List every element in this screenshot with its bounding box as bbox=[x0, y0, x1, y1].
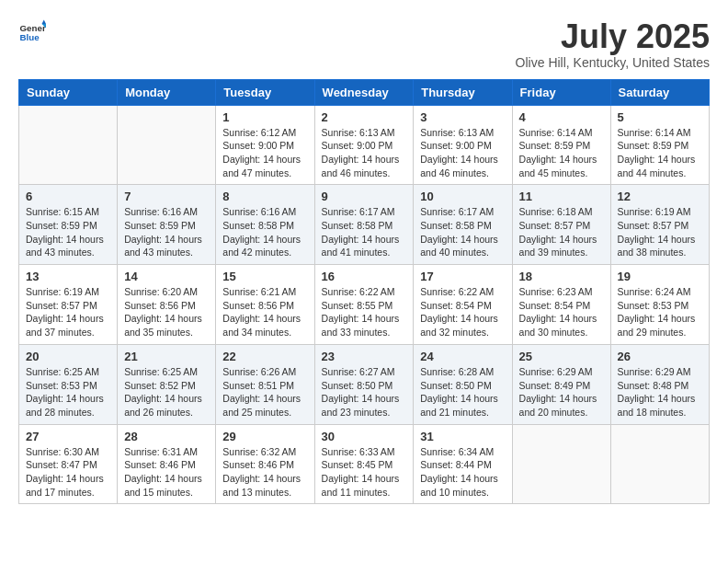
day-number: 6 bbox=[26, 190, 110, 203]
cell-info: Sunrise: 6:25 AM Sunset: 8:53 PM Dayligh… bbox=[26, 365, 110, 419]
calendar-cell: 4Sunrise: 6:14 AM Sunset: 8:59 PM Daylig… bbox=[512, 105, 610, 185]
cell-info: Sunrise: 6:16 AM Sunset: 8:59 PM Dayligh… bbox=[124, 205, 209, 259]
calendar-cell: 8Sunrise: 6:16 AM Sunset: 8:58 PM Daylig… bbox=[216, 185, 314, 265]
calendar-cell: 3Sunrise: 6:13 AM Sunset: 9:00 PM Daylig… bbox=[414, 105, 512, 185]
cell-info: Sunrise: 6:22 AM Sunset: 8:54 PM Dayligh… bbox=[420, 285, 505, 339]
day-number: 17 bbox=[420, 270, 505, 283]
day-header-monday: Monday bbox=[118, 79, 216, 105]
calendar-cell: 28Sunrise: 6:31 AM Sunset: 8:46 PM Dayli… bbox=[118, 424, 216, 504]
day-number: 27 bbox=[26, 430, 110, 443]
cell-info: Sunrise: 6:24 AM Sunset: 8:53 PM Dayligh… bbox=[618, 285, 702, 339]
calendar-cell bbox=[512, 424, 610, 504]
cell-info: Sunrise: 6:25 AM Sunset: 8:52 PM Dayligh… bbox=[124, 365, 209, 419]
cell-info: Sunrise: 6:12 AM Sunset: 9:00 PM Dayligh… bbox=[222, 126, 307, 180]
calendar-cell: 19Sunrise: 6:24 AM Sunset: 8:53 PM Dayli… bbox=[610, 265, 709, 345]
cell-info: Sunrise: 6:34 AM Sunset: 8:44 PM Dayligh… bbox=[420, 445, 505, 500]
day-number: 22 bbox=[222, 350, 307, 363]
day-number: 12 bbox=[618, 190, 702, 203]
day-number: 29 bbox=[222, 430, 307, 443]
calendar-cell: 26Sunrise: 6:29 AM Sunset: 8:48 PM Dayli… bbox=[610, 344, 709, 424]
calendar-cell: 24Sunrise: 6:28 AM Sunset: 8:50 PM Dayli… bbox=[414, 344, 512, 424]
cell-info: Sunrise: 6:14 AM Sunset: 8:59 PM Dayligh… bbox=[618, 126, 702, 180]
calendar-cell: 17Sunrise: 6:22 AM Sunset: 8:54 PM Dayli… bbox=[414, 265, 512, 345]
header: General Blue July 2025 Olive Hill, Kentu… bbox=[18, 18, 710, 70]
day-number: 28 bbox=[124, 430, 209, 443]
calendar-cell: 12Sunrise: 6:19 AM Sunset: 8:57 PM Dayli… bbox=[610, 185, 709, 265]
day-number: 3 bbox=[420, 110, 505, 124]
day-number: 14 bbox=[124, 270, 209, 283]
calendar-cell: 1Sunrise: 6:12 AM Sunset: 9:00 PM Daylig… bbox=[216, 105, 314, 185]
logo: General Blue bbox=[18, 18, 46, 46]
day-number: 30 bbox=[322, 430, 407, 443]
day-number: 26 bbox=[618, 350, 702, 363]
title-section: July 2025 Olive Hill, Kentucky, United S… bbox=[516, 18, 710, 70]
day-number: 9 bbox=[322, 190, 407, 203]
day-number: 8 bbox=[222, 190, 307, 203]
calendar-cell: 23Sunrise: 6:27 AM Sunset: 8:50 PM Dayli… bbox=[314, 344, 414, 424]
svg-text:Blue: Blue bbox=[20, 32, 40, 42]
calendar-week-1: 1Sunrise: 6:12 AM Sunset: 9:00 PM Daylig… bbox=[19, 105, 710, 185]
day-number: 19 bbox=[618, 270, 702, 283]
calendar-cell: 27Sunrise: 6:30 AM Sunset: 8:47 PM Dayli… bbox=[19, 424, 118, 504]
calendar-cell: 21Sunrise: 6:25 AM Sunset: 8:52 PM Dayli… bbox=[118, 344, 216, 424]
cell-info: Sunrise: 6:20 AM Sunset: 8:56 PM Dayligh… bbox=[124, 285, 209, 339]
calendar-week-5: 27Sunrise: 6:30 AM Sunset: 8:47 PM Dayli… bbox=[19, 424, 710, 504]
calendar-cell bbox=[19, 105, 118, 185]
calendar-cell: 15Sunrise: 6:21 AM Sunset: 8:56 PM Dayli… bbox=[216, 265, 314, 345]
calendar-cell: 9Sunrise: 6:17 AM Sunset: 8:58 PM Daylig… bbox=[314, 185, 414, 265]
day-number: 7 bbox=[124, 190, 209, 203]
calendar-table: SundayMondayTuesdayWednesdayThursdayFrid… bbox=[18, 79, 710, 505]
cell-info: Sunrise: 6:26 AM Sunset: 8:51 PM Dayligh… bbox=[222, 365, 307, 419]
calendar-cell: 10Sunrise: 6:17 AM Sunset: 8:58 PM Dayli… bbox=[414, 185, 512, 265]
day-header-tuesday: Tuesday bbox=[216, 79, 314, 105]
calendar-cell bbox=[118, 105, 216, 185]
day-number: 24 bbox=[420, 350, 505, 363]
cell-info: Sunrise: 6:22 AM Sunset: 8:55 PM Dayligh… bbox=[322, 285, 407, 339]
day-number: 10 bbox=[420, 190, 505, 203]
day-number: 18 bbox=[519, 270, 604, 283]
day-header-saturday: Saturday bbox=[610, 79, 709, 105]
day-number: 4 bbox=[519, 110, 604, 124]
day-number: 2 bbox=[322, 110, 407, 124]
cell-info: Sunrise: 6:28 AM Sunset: 8:50 PM Dayligh… bbox=[420, 365, 505, 419]
day-number: 1 bbox=[222, 110, 307, 124]
calendar-cell: 14Sunrise: 6:20 AM Sunset: 8:56 PM Dayli… bbox=[118, 265, 216, 345]
calendar-cell: 31Sunrise: 6:34 AM Sunset: 8:44 PM Dayli… bbox=[414, 424, 512, 504]
day-header-thursday: Thursday bbox=[414, 79, 512, 105]
cell-info: Sunrise: 6:13 AM Sunset: 9:00 PM Dayligh… bbox=[420, 126, 505, 180]
cell-info: Sunrise: 6:31 AM Sunset: 8:46 PM Dayligh… bbox=[124, 445, 209, 500]
cell-info: Sunrise: 6:16 AM Sunset: 8:58 PM Dayligh… bbox=[222, 205, 307, 259]
cell-info: Sunrise: 6:17 AM Sunset: 8:58 PM Dayligh… bbox=[420, 205, 505, 259]
calendar-cell: 11Sunrise: 6:18 AM Sunset: 8:57 PM Dayli… bbox=[512, 185, 610, 265]
calendar-cell: 6Sunrise: 6:15 AM Sunset: 8:59 PM Daylig… bbox=[19, 185, 118, 265]
cell-info: Sunrise: 6:14 AM Sunset: 8:59 PM Dayligh… bbox=[519, 126, 604, 180]
cell-info: Sunrise: 6:21 AM Sunset: 8:56 PM Dayligh… bbox=[222, 285, 307, 339]
calendar-week-3: 13Sunrise: 6:19 AM Sunset: 8:57 PM Dayli… bbox=[19, 265, 710, 345]
day-number: 5 bbox=[618, 110, 702, 124]
day-header-wednesday: Wednesday bbox=[314, 79, 414, 105]
day-header-sunday: Sunday bbox=[19, 79, 118, 105]
day-number: 31 bbox=[420, 430, 505, 443]
day-number: 20 bbox=[26, 350, 110, 363]
main-title: July 2025 bbox=[516, 18, 710, 55]
cell-info: Sunrise: 6:15 AM Sunset: 8:59 PM Dayligh… bbox=[26, 205, 110, 259]
day-number: 16 bbox=[322, 270, 407, 283]
calendar-cell: 18Sunrise: 6:23 AM Sunset: 8:54 PM Dayli… bbox=[512, 265, 610, 345]
calendar-week-4: 20Sunrise: 6:25 AM Sunset: 8:53 PM Dayli… bbox=[19, 344, 710, 424]
calendar-cell: 30Sunrise: 6:33 AM Sunset: 8:45 PM Dayli… bbox=[314, 424, 414, 504]
svg-marker-2 bbox=[42, 20, 47, 25]
logo-icon: General Blue bbox=[18, 18, 46, 46]
header-row: SundayMondayTuesdayWednesdayThursdayFrid… bbox=[19, 79, 710, 105]
day-number: 13 bbox=[26, 270, 110, 283]
calendar-cell bbox=[610, 424, 709, 504]
calendar-cell: 7Sunrise: 6:16 AM Sunset: 8:59 PM Daylig… bbox=[118, 185, 216, 265]
day-number: 15 bbox=[222, 270, 307, 283]
calendar-cell: 25Sunrise: 6:29 AM Sunset: 8:49 PM Dayli… bbox=[512, 344, 610, 424]
calendar-week-2: 6Sunrise: 6:15 AM Sunset: 8:59 PM Daylig… bbox=[19, 185, 710, 265]
cell-info: Sunrise: 6:13 AM Sunset: 9:00 PM Dayligh… bbox=[322, 126, 407, 180]
cell-info: Sunrise: 6:29 AM Sunset: 8:49 PM Dayligh… bbox=[519, 365, 604, 419]
cell-info: Sunrise: 6:19 AM Sunset: 8:57 PM Dayligh… bbox=[618, 205, 702, 259]
cell-info: Sunrise: 6:30 AM Sunset: 8:47 PM Dayligh… bbox=[26, 445, 110, 500]
day-header-friday: Friday bbox=[512, 79, 610, 105]
cell-info: Sunrise: 6:32 AM Sunset: 8:46 PM Dayligh… bbox=[222, 445, 307, 500]
